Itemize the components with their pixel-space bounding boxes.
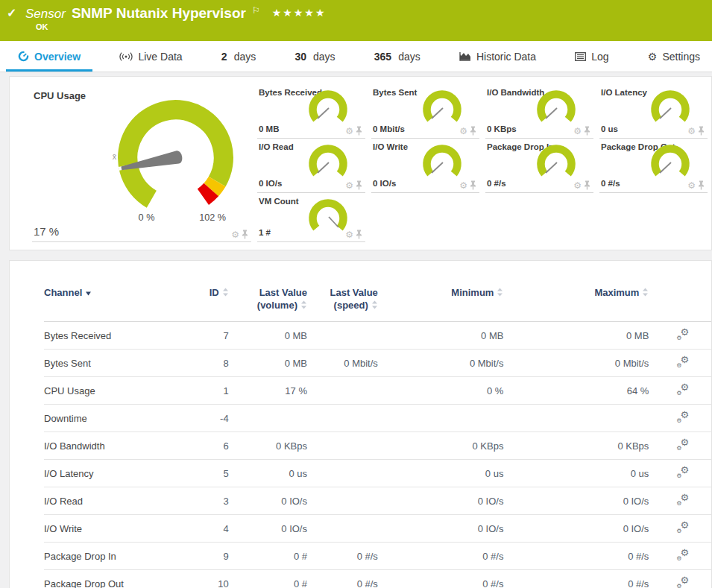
overview-gauges-panel: CPU Usage x̄ 0 % 102 % 17 % ⚙	[9, 76, 712, 250]
tab-live-data[interactable]: Live Data	[119, 41, 182, 72]
gear-icon[interactable]: ⚙	[687, 127, 696, 136]
table-row: CPU Usage 1 17 % 0 % 64 % ⚙⚙	[44, 377, 712, 405]
sensor-kind-label: Sensor	[25, 7, 66, 22]
channel-settings-icon[interactable]: ⚙⚙	[676, 329, 689, 340]
channel-settings-cell: ⚙⚙	[649, 322, 712, 350]
pin-icon[interactable]	[584, 126, 590, 136]
pin-icon[interactable]	[242, 230, 248, 239]
channel-settings-icon[interactable]: ⚙⚙	[676, 494, 689, 505]
channel-id: -4	[186, 405, 229, 432]
gear-icon[interactable]: ⚙	[459, 127, 467, 136]
last-value-volume: 0 MB	[229, 322, 307, 350]
cpu-usage-gauge-cell[interactable]: CPU Usage x̄ 0 % 102 % 17 % ⚙	[32, 84, 251, 242]
channel-settings-icon[interactable]: ⚙⚙	[676, 411, 689, 423]
channel-name[interactable]: Package Drop In	[44, 543, 186, 570]
channel-settings-icon[interactable]: ⚙⚙	[676, 356, 689, 367]
gear-icon[interactable]: ⚙	[687, 181, 696, 190]
minimum-value	[378, 405, 504, 432]
table-row: I/O Latency 5 0 us 0 us 0 us ⚙⚙	[44, 460, 712, 487]
pin-icon[interactable]	[698, 126, 705, 136]
channel-gauge-cell[interactable]: Bytes Received 0 MB ⚙	[257, 84, 365, 139]
gauge-title: CPU Usage	[34, 90, 86, 101]
sort-icon	[222, 287, 229, 300]
channel-name[interactable]: Package Drop Out	[44, 570, 186, 588]
table-row: Package Drop In 9 0 # 0 #/s 0 #/s 0 #/s …	[44, 543, 712, 570]
gear-icon[interactable]: ⚙	[573, 181, 582, 190]
last-value-speed	[307, 377, 378, 405]
pin-icon[interactable]	[470, 180, 476, 190]
channel-name[interactable]: Downtime	[44, 405, 186, 432]
channel-settings-icon[interactable]: ⚙⚙	[676, 577, 689, 588]
tab-settings[interactable]: ⚙ Settings	[648, 41, 700, 72]
col-header-id[interactable]: ID	[186, 286, 229, 322]
tab-30-days[interactable]: 30 days	[294, 41, 335, 72]
channel-settings-icon[interactable]: ⚙⚙	[676, 439, 689, 450]
channel-id: 5	[186, 460, 229, 487]
last-value-volume: 0 MB	[229, 350, 307, 377]
channel-name[interactable]: I/O Bandwidth	[44, 432, 186, 460]
channel-settings-icon[interactable]: ⚙⚙	[676, 384, 689, 395]
channel-gauge-cell[interactable]: Package Drop Out 0 #/s ⚙	[599, 139, 708, 193]
gear-icon[interactable]: ⚙	[231, 230, 239, 239]
gauge-needle	[432, 108, 443, 118]
channel-gauge-cell[interactable]: I/O Latency 0 us ⚙	[599, 84, 708, 139]
col-header-last-value-volume[interactable]: Last Value (volume)	[229, 286, 307, 322]
tab-label: days	[398, 51, 420, 63]
channel-gauge-cell[interactable]: Bytes Sent 0 Mbit/s ⚙	[371, 84, 479, 139]
gear-icon[interactable]: ⚙	[345, 127, 353, 136]
channel-name[interactable]: Bytes Received	[44, 322, 186, 350]
tab-number: 2	[221, 51, 227, 63]
col-header-last-value-speed[interactable]: Last Value (speed)	[307, 286, 378, 322]
pin-icon[interactable]	[356, 180, 362, 190]
sort-icon	[371, 300, 378, 312]
channel-name[interactable]: I/O Read	[44, 487, 186, 515]
channel-settings-cell: ⚙⚙	[649, 515, 712, 543]
channel-id: 6	[186, 432, 229, 460]
maximum-value: 0 KBps	[503, 432, 649, 460]
col-header-minimum[interactable]: Minimum	[378, 286, 504, 322]
channel-settings-icon[interactable]: ⚙⚙	[676, 467, 689, 478]
maximum-value: 0 us	[503, 460, 649, 487]
tab-log[interactable]: Log	[575, 41, 608, 72]
tab-overview[interactable]: Overview	[18, 41, 81, 72]
minimum-value: 0 MB	[378, 322, 504, 350]
pin-icon[interactable]	[698, 180, 705, 190]
channel-name[interactable]: I/O Latency	[44, 460, 186, 487]
scale-min-label: 0 %	[139, 212, 155, 223]
flag-icon[interactable]: ⚐	[252, 5, 260, 16]
col-header-maximum[interactable]: Maximum	[503, 286, 649, 322]
gauge-value: 1 #	[259, 228, 271, 237]
star-rating[interactable]: ★★★★★	[272, 7, 327, 19]
channel-gauge-cell[interactable]: VM Count 1 # ⚙	[257, 193, 365, 242]
last-value-volume: 0 KBps	[229, 432, 307, 460]
tab-365-days[interactable]: 365 days	[374, 41, 420, 72]
gear-icon[interactable]: ⚙	[573, 127, 582, 136]
pin-icon[interactable]	[470, 126, 476, 136]
gauge-title: I/O Latency	[601, 88, 647, 97]
channel-settings-icon[interactable]: ⚙⚙	[676, 549, 689, 560]
table-row: Bytes Received 7 0 MB 0 MB 0 MB ⚙⚙	[44, 322, 712, 350]
gauge-value: 0 Mbit/s	[373, 124, 405, 133]
tab-label: days	[313, 51, 335, 63]
channel-name[interactable]: I/O Write	[44, 515, 186, 543]
pin-icon[interactable]	[584, 180, 590, 190]
tab-2-days[interactable]: 2 days	[221, 41, 256, 72]
channel-gauge-cell[interactable]: I/O Write 0 IO/s ⚙	[371, 139, 479, 193]
gauge-value: 0 IO/s	[259, 179, 282, 188]
tab-historic-data[interactable]: Historic Data	[459, 41, 536, 72]
gauge-title: I/O Write	[373, 142, 408, 151]
channel-name[interactable]: CPU Usage	[44, 377, 186, 405]
channel-gauge-cell[interactable]: Package Drop In 0 #/s ⚙	[485, 139, 593, 193]
pin-icon[interactable]	[356, 230, 362, 239]
gear-icon[interactable]: ⚙	[459, 181, 467, 190]
gear-icon[interactable]: ⚙	[345, 181, 353, 190]
channel-name[interactable]: Bytes Sent	[44, 350, 186, 377]
table-row: I/O Read 3 0 IO/s 0 IO/s 0 IO/s ⚙⚙	[44, 487, 712, 515]
channel-gauge-cell[interactable]: I/O Bandwidth 0 KBps ⚙	[485, 84, 593, 139]
channel-settings-icon[interactable]: ⚙⚙	[676, 522, 689, 533]
pin-icon[interactable]	[356, 126, 362, 136]
channel-gauge-cell[interactable]: I/O Read 0 IO/s ⚙	[257, 139, 365, 193]
gear-icon[interactable]: ⚙	[345, 230, 353, 239]
col-header-channel[interactable]: Channel	[44, 286, 186, 322]
gauge-value: 0 KBps	[487, 124, 517, 133]
